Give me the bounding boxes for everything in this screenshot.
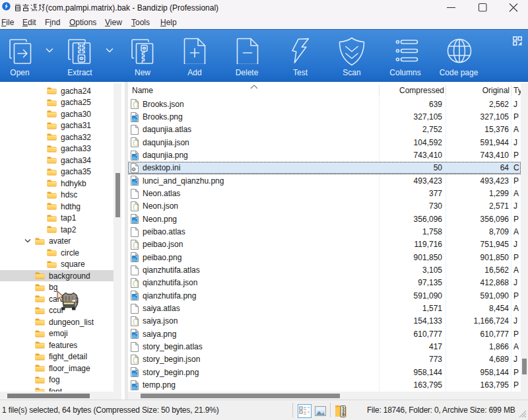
svg-text:{}: {} bbox=[132, 319, 139, 326]
svg-text:{}: {} bbox=[132, 204, 139, 211]
svg-text:{}: {} bbox=[132, 140, 139, 147]
svg-text:{}: {} bbox=[132, 242, 139, 249]
svg-text:{}: {} bbox=[132, 357, 139, 364]
svg-text:{}: {} bbox=[132, 102, 139, 108]
svg-text:{}: {} bbox=[132, 281, 139, 287]
